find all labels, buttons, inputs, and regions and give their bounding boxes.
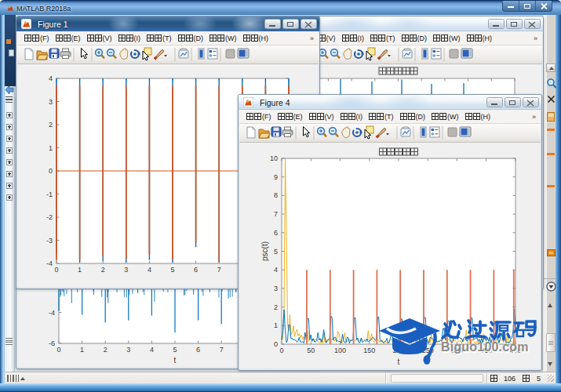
svg-text:0: 0 [49, 167, 53, 175]
svg-text:3: 3 [126, 346, 130, 354]
svg-text:2: 2 [104, 346, 107, 354]
svg-text:8: 8 [274, 191, 278, 199]
svg-text:-3: -3 [46, 237, 53, 245]
svg-text:6: 6 [196, 346, 200, 354]
svg-text:7: 7 [220, 346, 224, 354]
svg-text:0: 0 [56, 346, 60, 354]
svg-text:50: 50 [307, 347, 315, 354]
svg-text:6: 6 [274, 229, 278, 237]
svg-text:-4: -4 [49, 309, 55, 317]
svg-text:150: 150 [363, 347, 375, 354]
svg-text:2: 2 [49, 121, 53, 129]
svg-text:2: 2 [101, 266, 105, 274]
svg-text:9: 9 [274, 173, 278, 181]
svg-text:3: 3 [274, 285, 278, 292]
svg-text:5: 5 [173, 346, 177, 354]
svg-text:-4: -4 [46, 260, 53, 267]
svg-text:0: 0 [54, 266, 58, 274]
svg-text:0: 0 [274, 340, 278, 348]
svg-text:-2: -2 [46, 213, 53, 221]
svg-text:0: 0 [279, 347, 283, 354]
svg-text:1: 1 [80, 346, 84, 354]
svg-text:100: 100 [334, 347, 346, 354]
svg-text:-6: -6 [49, 339, 55, 347]
svg-text:5: 5 [274, 248, 278, 256]
svg-text:5: 5 [170, 266, 174, 274]
svg-text:6: 6 [194, 266, 198, 274]
svg-text:4: 4 [150, 346, 154, 354]
svg-text:10: 10 [270, 154, 278, 162]
svg-text:4: 4 [148, 266, 151, 274]
svg-text:3: 3 [49, 98, 53, 106]
svg-text:3: 3 [124, 266, 128, 274]
svg-text:1: 1 [49, 144, 53, 152]
svg-text:2: 2 [274, 303, 278, 311]
svg-text:1: 1 [274, 321, 278, 329]
svg-text:4: 4 [49, 74, 53, 82]
svg-text:psc(t): psc(t) [260, 241, 269, 261]
svg-text:-1: -1 [46, 191, 53, 198]
svg-text:1: 1 [78, 266, 82, 274]
svg-text:4: 4 [274, 266, 278, 274]
svg-text:7: 7 [217, 266, 221, 274]
svg-text:7: 7 [274, 210, 278, 218]
svg-text:t: t [174, 356, 177, 365]
